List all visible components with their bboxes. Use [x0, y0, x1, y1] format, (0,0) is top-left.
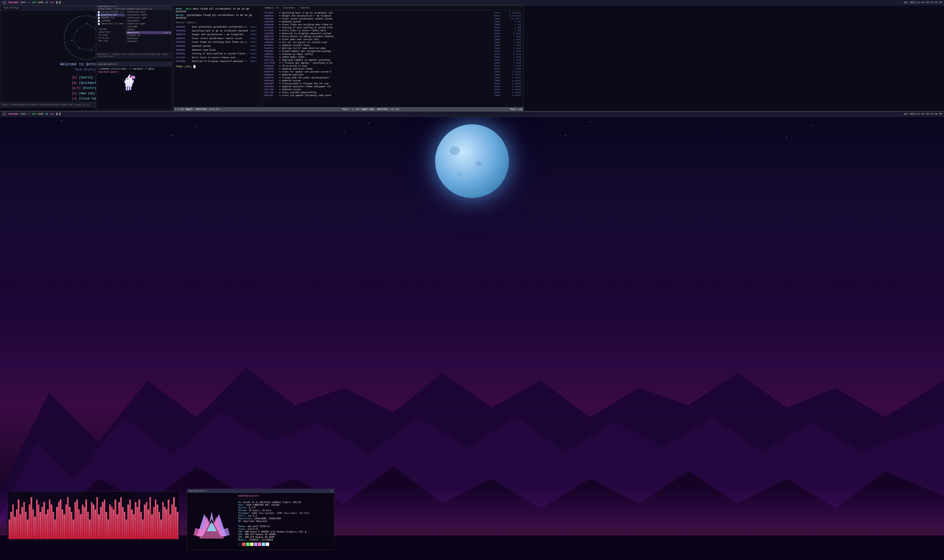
log-row[interactable]: 7a5e48e●Fixes recent qutebrowser update … — [264, 18, 521, 20]
log-row[interactable]: 5b4d718●Getting rid of some electron pkg… — [264, 47, 521, 49]
fm-lfmnix[interactable]: lf-m.nix — [97, 37, 124, 40]
commit-row[interactable]: bdd2003Updated systemEmmet — [176, 45, 260, 48]
fm-item-yaml[interactable]: 📄uwunicorn-yt.yaml — [97, 22, 125, 25]
vis-bar — [127, 505, 129, 539]
log-row[interactable]: e1c77253●I finally got agenda + syncthin… — [264, 62, 521, 65]
log-row[interactable]: a5d9f49●Trying some new power optimizati… — [264, 77, 521, 79]
svg-point-45 — [663, 128, 664, 128]
fm-item-polarity[interactable]: 📄polarity.txt — [97, 14, 125, 17]
vis-bar — [54, 520, 56, 539]
log-row[interactable]: f0b1538●Fixes qemu user session uefiEmme… — [264, 38, 521, 41]
fm-theme-zenbones[interactable]: zenbones — [126, 40, 171, 43]
log-row[interactable]: 496016a●Ranger dnd optimization + qb fil… — [264, 15, 521, 17]
pokemon-term-titlebar: emmet@snowfire:~ — [96, 62, 172, 66]
log-row[interactable]: e4fe553●Updated uwunicorn theme wallpape… — [264, 86, 521, 88]
svg-point-46 — [737, 120, 738, 121]
fm-theme-uwunicorn[interactable]: uwunicorn528 B — [126, 31, 171, 34]
fm-item-background[interactable]: 📄background256.txt — [97, 11, 125, 14]
temp-stat: 1% — [45, 1, 48, 4]
vis-bar — [151, 514, 153, 539]
log-row[interactable]: 5a994e4●Updated systemEmmet2 weeks — [264, 80, 521, 82]
log-row[interactable]: 7d0e964●Fix for nix parser on install.or… — [264, 41, 521, 44]
fm-system[interactable]: system — [97, 28, 124, 31]
fm-reorg[interactable]: RE=.org — [97, 40, 124, 43]
commit-row[interactable]: a265800Reverted to original uwunicorn wa… — [176, 60, 260, 63]
tab-tech-profile[interactable]: Tech Profile — [1, 6, 22, 10]
vis-bar — [45, 514, 47, 539]
git-head-label: Head: main main Fixed all screenshots to… — [176, 8, 260, 13]
log-row[interactable]: e011f28●Improved comment on agenda synct… — [264, 59, 521, 62]
todo-line: TODOs (14)_ — [176, 65, 260, 68]
fm-theme-twilight[interactable]: twilight — [126, 25, 171, 28]
vis-bar — [72, 520, 74, 539]
color-swatch — [266, 543, 269, 546]
svg-point-35 — [61, 120, 62, 121]
vis-bar — [29, 505, 30, 539]
log-row[interactable]: 277443e●Extra lines to ensure flakes wor… — [264, 29, 521, 32]
log-row[interactable]: a265d60●Reverted to original uwunicorn w… — [264, 32, 521, 35]
log-row[interactable]: b3c77d0●Updated systemEmmet3 weeks — [264, 88, 521, 91]
log-row[interactable]: 0af960f●Transitioned to flatpak obs for … — [264, 83, 521, 85]
vis-bar — [93, 505, 94, 539]
neofetch-line: Uptime: 59 hours, 35 mins — [238, 509, 332, 512]
fm-theme-windows95[interactable]: windows-95 — [126, 34, 171, 37]
git-log-title: Commits in --branches --remotes — [264, 7, 521, 10]
commit-row[interactable]: 5af93d2Testing if auto-cpufreq is system… — [176, 52, 260, 55]
vis-bar — [23, 502, 25, 539]
vis-bar — [65, 505, 67, 539]
moon-crater2 — [476, 161, 482, 166]
neofetch-username: emmet@snowfire — [238, 494, 332, 497]
log-row[interactable]: bc931bc●Updated install notesEmmet1 week — [264, 44, 521, 47]
svg-point-54 — [344, 131, 345, 132]
commit-row[interactable]: 40b0ff6Ranger dnd optimization + qb file… — [176, 33, 260, 36]
vis-bar — [38, 505, 39, 539]
neofetch-lines: OS: NixOS 23.11.20231102.fa898ad (Tapir)… — [238, 501, 332, 541]
log-row[interactable]: f0ef215●Added magit-todosEmmet1 week — [264, 56, 521, 58]
svg-point-34 — [24, 124, 25, 125]
log-row[interactable]: 5af93d2●Testing if auto-cpufreq is syste… — [264, 26, 521, 29]
log-row[interactable]: b00d378●Fixes for waybar and patched cus… — [264, 71, 521, 73]
log-row[interactable]: cefd230●Updated uwunicorn themeEmmet1 we… — [264, 68, 521, 70]
neofetch-line: DE: Hyprland (Wayland) — [238, 520, 332, 522]
log-row[interactable]: b0b0440●Updated pyprlandEmmet2 weeks — [264, 74, 521, 76]
log-row[interactable]: df4ee6b●3d printing is coolEmmet1 week — [264, 65, 521, 67]
log-row[interactable]: 4df1561●Fixes org agenda following roam … — [264, 94, 521, 97]
neofetch-line: Shell: zsh 5.9 — [238, 515, 332, 517]
fm-theme-selenized-light[interactable]: selenized-light — [126, 14, 171, 17]
fm-item-readme[interactable]: 📄README.org — [97, 17, 125, 19]
fm-alacritty[interactable]: alacritty — [97, 31, 124, 34]
vis-bar — [27, 520, 28, 539]
commit-row[interactable]: a958d60Removed some bloatEmmet — [176, 49, 260, 52]
datetime: Sat 2023-11-04 02:13:20 PM — [904, 1, 942, 4]
vis-bar — [109, 505, 111, 539]
commit-row[interactable]: dee0888main gitea/main gitlab/main githu… — [176, 26, 260, 29]
svg-rect-33 — [127, 78, 128, 79]
fm-theme-tomorrow[interactable]: tomorrow-night — [126, 22, 171, 25]
commit-row[interactable]: 2774c0eExtra lines to ensure flakes work… — [176, 56, 260, 60]
log-row[interactable]: c800331●Cleaned up magit configEmmet1 we… — [264, 53, 521, 55]
fm-theme-woodland[interactable]: woodland — [126, 37, 171, 40]
fm-theme-spacedusk[interactable]: spacedusk — [126, 19, 171, 22]
fm-item-license[interactable]: 📄LICENSE — [97, 19, 125, 22]
svg-point-49 — [37, 136, 37, 137]
cpu-stat: 99% — [32, 1, 36, 4]
fm-theme-selenized-dark[interactable]: selenized-dark — [126, 11, 171, 14]
log-row[interactable]: b006378●Extra detail on adding unstable … — [264, 35, 521, 38]
workspace-indicator2[interactable]: ⬛ — [2, 112, 7, 116]
commit-row[interactable]: 4460fb6Fixes recent qutebrowser remote i… — [176, 37, 260, 40]
commit-row[interactable]: 8700c8dFixes flake not building when fla… — [176, 41, 260, 44]
fm-theme-ubuntu[interactable]: ubuntu — [126, 28, 171, 31]
vis-bar — [78, 509, 80, 539]
neofetch-line: Theme: adw-gtk3 [GTK2/3] — [238, 525, 332, 528]
log-row[interactable]: 5cb3f80●Updated systemEmmet1 day — [264, 21, 521, 23]
workspace-indicator[interactable]: ⬛ — [2, 1, 7, 4]
commit-row[interactable]: ef0c50dSwitching back to gh as screensho… — [176, 29, 260, 33]
log-row[interactable]: f9c38ce●Switching back to gh as screensh… — [264, 12, 521, 14]
svg-point-43 — [516, 124, 517, 125]
log-row[interactable]: e950660●Fixes flake not building when fl… — [264, 23, 521, 26]
log-row[interactable]: 5d4b6b1●Pinned embark and reorganized pa… — [264, 50, 521, 52]
fm-theme-selenized-light2[interactable]: selenized-Light — [126, 17, 171, 19]
fm-frlock[interactable]: fr-lock — [97, 34, 124, 37]
vis-bar — [144, 505, 145, 539]
log-row[interactable]: 03177b8●Fixes youtube hyperprofileEmmet3… — [264, 91, 521, 94]
